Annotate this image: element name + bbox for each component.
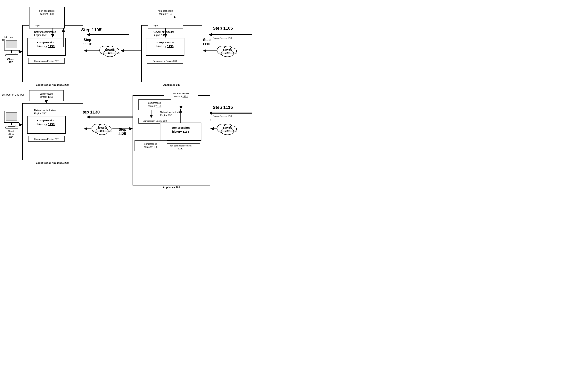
svg-text:history 1138': history 1138' [37,44,55,48]
svg-marker-58 [121,49,124,52]
svg-text:Compression Engine 238': Compression Engine 238' [34,138,59,140]
svg-text:Network optimization: Network optimization [160,111,182,114]
svg-text:Appliance 200: Appliance 200 [163,84,180,86]
svg-text:Engine 250: Engine 250 [160,114,172,117]
svg-text:Step: Step [203,38,211,42]
svg-text:Compression Engine 238': Compression Engine 238' [34,60,59,62]
svg-marker-56 [84,49,87,52]
svg-text:Engine 250: Engine 250 [153,34,165,37]
svg-text:page 1: page 1 [153,24,159,27]
svg-text:1st User: 1st User [3,36,13,39]
svg-text:history 1138': history 1138' [37,122,55,126]
svg-text:content 1150: content 1150 [159,13,172,15]
svg-text:client 102 or Appliance 200': client 102 or Appliance 200' [36,84,69,86]
svg-text:Network: Network [223,127,232,129]
svg-text:1110: 1110 [203,42,210,46]
svg-text:Step: Step [84,38,91,42]
svg-rect-161 [8,125,15,126]
svg-text:non-cacheable content: non-cacheable content [170,145,191,147]
svg-text:compressed: compressed [40,92,52,95]
svg-text:Client: Client [7,58,14,61]
svg-text:Step: Step [119,128,126,132]
svg-text:Engine 250': Engine 250' [34,112,46,115]
svg-text:104': 104' [108,51,112,54]
svg-text:compression: compression [156,41,174,44]
svg-marker-142 [84,127,87,130]
svg-text:From Server 106: From Server 106 [213,37,232,40]
svg-text:compressed: compressed [148,102,161,104]
svg-point-41 [174,16,176,18]
svg-text:Step 1105': Step 1105' [81,27,102,32]
svg-text:compression: compression [171,126,190,129]
svg-text:Network: Network [105,49,115,51]
svg-text:104': 104' [225,130,230,132]
svg-text:Appliance 200: Appliance 200 [163,186,180,189]
main-diagram: non-cacheable content 1150 page 1 Networ… [0,0,282,196]
svg-text:1st User or 2nd User: 1st User or 2nd User [2,93,26,96]
svg-text:102: 102 [9,61,13,64]
svg-marker-29 [209,33,212,37]
svg-marker-167 [19,123,23,126]
svg-marker-70 [203,49,206,52]
svg-text:Step 1115: Step 1115 [213,105,233,110]
svg-text:Compression Engine 238: Compression Engine 238 [153,60,177,62]
svg-rect-74 [8,53,15,54]
svg-rect-162 [5,127,18,128]
svg-text:compression: compression [37,119,55,122]
svg-text:content 1150: content 1150 [40,13,54,15]
svg-text:Compression Engine 238: Compression Engine 238 [142,120,167,122]
svg-text:content 1155: content 1155 [39,96,53,98]
svg-marker-26 [87,33,90,37]
svg-text:content 1152: content 1152 [174,95,188,98]
svg-marker-144 [129,127,133,130]
svg-text:content 1155: content 1155 [148,105,161,108]
svg-text:st: st [2,39,4,41]
svg-text:non-cacheable: non-cacheable [173,92,189,95]
svg-text:non-cacheable: non-cacheable [39,10,55,12]
svg-marker-90 [87,115,90,119]
svg-marker-156 [210,127,214,130]
svg-text:Client: Client [8,130,14,132]
svg-text:Engine 250': Engine 250' [34,34,46,37]
svg-text:history 1138: history 1138 [172,130,189,133]
svg-text:non-cacheable: non-cacheable [158,10,173,12]
diagram-svg: non-cacheable content 1150 page 1 Networ… [0,0,282,196]
svg-rect-75 [5,55,18,56]
svg-marker-107 [45,100,48,103]
svg-text:Network: Network [97,127,107,129]
svg-text:102 or: 102 or [8,133,14,135]
svg-text:Network optimization: Network optimization [153,31,174,33]
svg-rect-72 [6,40,17,48]
svg-text:Step 1105: Step 1105 [213,26,233,31]
svg-rect-159 [6,112,17,120]
svg-text:compressed: compressed [144,143,157,145]
svg-text:compression: compression [37,41,55,44]
svg-text:Network optimization: Network optimization [34,109,56,112]
svg-text:page 1: page 1 [35,24,41,27]
svg-text:104': 104' [100,130,104,132]
svg-text:Network: Network [223,49,232,51]
svg-text:104': 104' [225,51,230,54]
svg-text:client 102 or Appliance 200': client 102 or Appliance 200' [36,161,69,164]
svg-text:102': 102' [9,136,13,138]
svg-text:1150: 1150 [178,147,183,150]
svg-text:From Server 106: From Server 106 [213,115,232,118]
svg-text:content 1155: content 1155 [144,146,157,148]
svg-text:history 1138: history 1138 [156,44,174,48]
svg-text:1125: 1125 [118,132,126,136]
svg-marker-81 [19,50,23,53]
svg-text:1110': 1110' [83,42,91,46]
